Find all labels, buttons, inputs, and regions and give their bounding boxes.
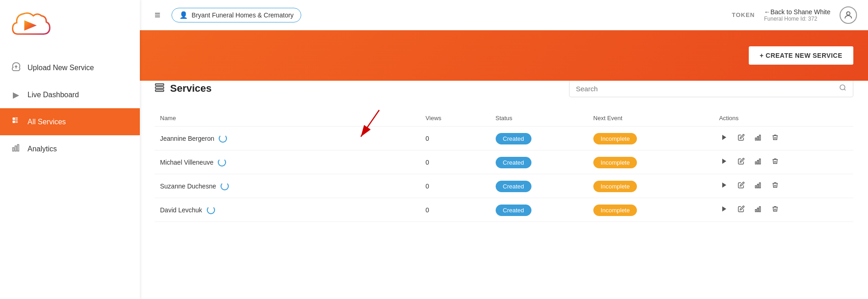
loading-spinner-3 (207, 206, 215, 214)
svg-rect-29 (759, 183, 761, 188)
svg-rect-19 (755, 138, 757, 140)
delete-button-3[interactable] (770, 205, 780, 215)
cell-name-2: Suzanne Duchesne (155, 174, 420, 198)
svg-rect-7 (13, 148, 14, 151)
play-icon: ▶ (11, 90, 21, 100)
status-badge-created-1: Created (496, 157, 531, 168)
analytics-icon (11, 144, 21, 154)
cell-status-2: Created (490, 174, 588, 198)
next-event-badge-0: Incomplete (593, 133, 637, 144)
row-name-0: Jeannine Bergeron (160, 135, 214, 142)
back-link[interactable]: ←Back to Shane White Funeral Home Id: 37… (764, 8, 830, 22)
row-name-2: Suzanne Duchesne (160, 183, 216, 190)
row-name-1: Michael Villeneuve (160, 159, 213, 166)
delete-button-0[interactable] (770, 133, 780, 144)
cell-next-event-3: Incomplete (588, 198, 713, 222)
table-row: Michael Villeneuve 0 Created Incomplete (155, 150, 853, 174)
svg-point-14 (840, 85, 845, 90)
cell-next-event-1: Incomplete (588, 150, 713, 174)
svg-rect-24 (757, 161, 759, 164)
svg-rect-6 (16, 122, 18, 123)
svg-rect-31 (755, 210, 757, 212)
svg-rect-33 (759, 207, 761, 212)
delete-button-1[interactable] (770, 157, 780, 167)
sidebar-item-all-services[interactable]: All Services (0, 108, 140, 135)
sidebar-item-dashboard[interactable]: ▶ Live Dashboard (0, 82, 140, 108)
analytics-button-1[interactable] (753, 157, 763, 167)
avatar[interactable] (840, 6, 857, 24)
sidebar-item-analytics[interactable]: Analytics (0, 135, 140, 162)
cell-views-2: 0 (420, 174, 490, 198)
svg-rect-20 (757, 137, 759, 140)
edit-button-1[interactable] (736, 157, 746, 167)
svg-rect-28 (757, 184, 759, 188)
edit-button-3[interactable] (736, 205, 746, 215)
services-title-text: Services (170, 83, 212, 94)
cell-name-3: David Levchuk (155, 198, 420, 222)
edit-button-2[interactable] (736, 181, 746, 191)
play-button-0[interactable] (719, 133, 730, 144)
cell-actions-2 (713, 174, 853, 198)
svg-rect-13 (155, 89, 164, 91)
next-event-badge-2: Incomplete (593, 181, 637, 192)
cell-views-3: 0 (420, 198, 490, 222)
svg-line-15 (844, 89, 846, 90)
status-badge-created-0: Created (496, 133, 531, 144)
loading-spinner-2 (221, 182, 229, 190)
edit-button-0[interactable] (736, 133, 746, 144)
org-selector[interactable]: 👤 Bryant Funeral Homes & Crematory (171, 8, 302, 22)
analytics-button-3[interactable] (753, 205, 763, 215)
cell-name-0: Jeannine Bergeron (155, 127, 420, 150)
analytics-button-0[interactable] (753, 133, 763, 144)
table-row: Jeannine Bergeron 0 Created Incomplete (155, 127, 853, 150)
play-button-3[interactable] (719, 205, 730, 215)
play-button-1[interactable] (719, 157, 730, 167)
delete-button-2[interactable] (770, 181, 780, 191)
user-icon: 👤 (179, 11, 188, 19)
svg-rect-25 (759, 159, 761, 164)
cell-next-event-2: Incomplete (588, 174, 713, 198)
top-header: ≡ 👤 Bryant Funeral Homes & Crematory TOK… (140, 0, 868, 30)
table-row: Suzanne Duchesne 0 Created Incomplete (155, 174, 853, 198)
sidebar-item-all-services-label: All Services (28, 118, 66, 126)
analytics-button-2[interactable] (753, 181, 763, 191)
sidebar-item-upload[interactable]: Upload New Service (0, 54, 140, 82)
svg-rect-11 (155, 83, 164, 85)
cell-views-1: 0 (420, 150, 490, 174)
cell-name-1: Michael Villeneuve (155, 150, 420, 174)
cell-actions-1 (713, 150, 853, 174)
svg-marker-26 (722, 183, 726, 188)
svg-rect-4 (13, 121, 15, 123)
search-box (569, 80, 853, 97)
services-title: Services (155, 83, 212, 95)
services-icon (155, 83, 165, 95)
svg-point-10 (846, 11, 850, 15)
sidebar-nav: Upload New Service ▶ Live Dashboard All … (0, 49, 140, 299)
play-button-2[interactable] (719, 181, 730, 191)
svg-rect-32 (757, 208, 759, 212)
next-event-badge-3: Incomplete (593, 205, 637, 216)
cell-actions-3 (713, 198, 853, 222)
svg-rect-23 (755, 162, 757, 164)
cell-views-0: 0 (420, 127, 490, 150)
next-event-badge-1: Incomplete (593, 157, 637, 168)
svg-rect-27 (755, 186, 757, 188)
hamburger-button[interactable]: ≡ (151, 7, 164, 23)
header-right: TOKEN ←Back to Shane White Funeral Home … (732, 6, 857, 24)
create-service-button[interactable]: + CREATE NEW SERVICE (749, 46, 853, 65)
cell-next-event-0: Incomplete (588, 127, 713, 150)
loading-spinner-1 (218, 158, 226, 166)
cell-status-0: Created (490, 127, 588, 150)
search-icon (839, 84, 846, 93)
app-logo (0, 0, 140, 49)
svg-marker-30 (722, 206, 726, 211)
sidebar-item-analytics-label: Analytics (28, 145, 57, 153)
back-text: ←Back to Shane White (764, 8, 830, 16)
search-input[interactable] (576, 85, 835, 93)
cell-status-3: Created (490, 198, 588, 222)
row-name-3: David Levchuk (160, 206, 202, 214)
token-label: TOKEN (732, 11, 755, 18)
col-header-actions: Actions (713, 110, 853, 127)
svg-rect-12 (155, 87, 164, 89)
svg-marker-22 (722, 159, 726, 164)
